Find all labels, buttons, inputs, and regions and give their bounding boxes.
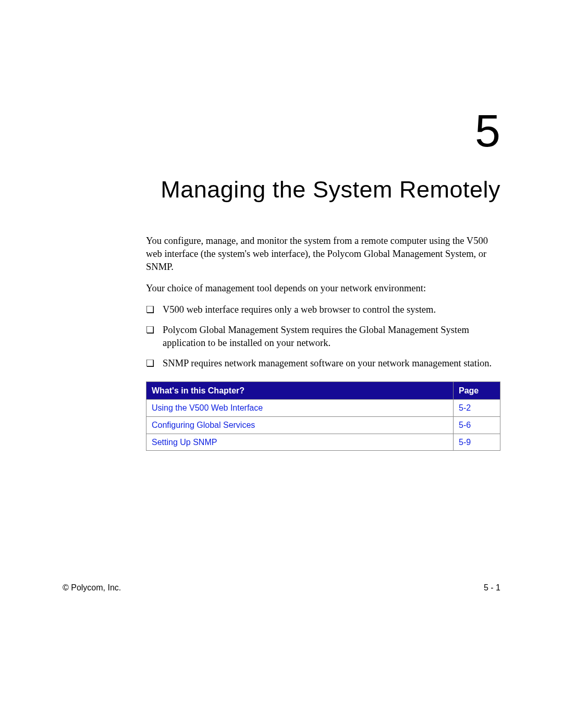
chapter-title: Managing the System Remotely bbox=[63, 176, 500, 203]
intro-paragraph-1: You configure, manage, and monitor the s… bbox=[146, 235, 500, 274]
footer-page-number: 5 - 1 bbox=[484, 583, 500, 593]
body-content: You configure, manage, and monitor the s… bbox=[146, 235, 500, 451]
intro-paragraph-2: Your choice of management tool depends o… bbox=[146, 282, 500, 295]
list-item: SNMP requires network management softwar… bbox=[146, 357, 500, 370]
bullet-list: V500 web interface requires only a web b… bbox=[146, 303, 500, 370]
toc-page: 5-2 bbox=[454, 400, 500, 417]
table-row: Configuring Global Services 5-6 bbox=[146, 416, 500, 434]
toc-header-title: What's in this Chapter? bbox=[146, 381, 454, 400]
toc-link[interactable]: Using the V500 Web Interface bbox=[146, 400, 454, 417]
list-item: V500 web interface requires only a web b… bbox=[146, 303, 500, 316]
toc-page: 5-9 bbox=[454, 434, 500, 451]
footer-copyright: © Polycom, Inc. bbox=[63, 583, 121, 593]
toc-link[interactable]: Setting Up SNMP bbox=[146, 434, 454, 451]
list-item: Polycom Global Management System require… bbox=[146, 324, 500, 350]
toc-page: 5-6 bbox=[454, 416, 500, 434]
toc-link[interactable]: Configuring Global Services bbox=[146, 416, 454, 434]
chapter-number: 5 bbox=[63, 104, 500, 157]
table-row: Using the V500 Web Interface 5-2 bbox=[146, 400, 500, 417]
chapter-toc-table: What's in this Chapter? Page Using the V… bbox=[146, 381, 500, 451]
toc-header-page: Page bbox=[454, 381, 500, 400]
table-row: Setting Up SNMP 5-9 bbox=[146, 434, 500, 451]
page-footer: © Polycom, Inc. 5 - 1 bbox=[63, 583, 500, 593]
